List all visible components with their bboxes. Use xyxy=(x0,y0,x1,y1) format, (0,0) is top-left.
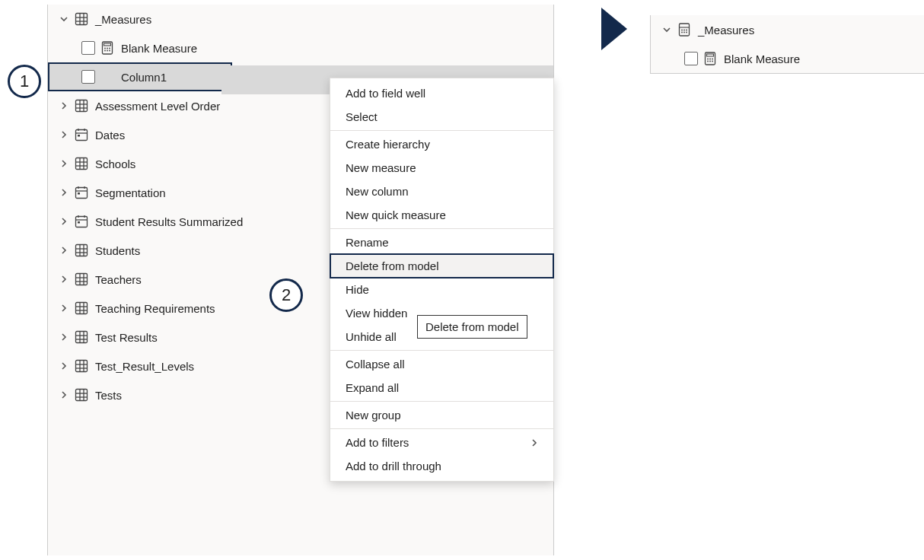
table-icon xyxy=(74,243,89,258)
cm-new-column[interactable]: New column xyxy=(330,180,553,203)
chevron-right-icon xyxy=(59,130,69,139)
tree-item-column1[interactable]: Column1 xyxy=(48,62,232,91)
tree-item-label: Student Results Summarized xyxy=(94,215,243,228)
cm-label: New quick measure xyxy=(346,208,446,221)
chevron-down-icon xyxy=(661,25,672,34)
chevron-right-icon xyxy=(59,246,69,255)
cm-label: Select xyxy=(346,110,378,123)
tree-item-label: Test_Result_Levels xyxy=(94,360,194,373)
tree-item-measures[interactable]: _Measures xyxy=(48,5,553,33)
tree-item-label: Column1 xyxy=(119,71,167,84)
chevron-down-icon xyxy=(59,14,69,24)
table-icon xyxy=(74,156,89,171)
step-badge-2: 2 xyxy=(269,278,303,312)
table-icon xyxy=(74,387,89,402)
tree-item-label: Students xyxy=(94,244,140,257)
step-number: 1 xyxy=(20,72,29,91)
tree-item-label: Test Results xyxy=(94,331,158,344)
chevron-right-icon xyxy=(59,332,69,342)
tree-item-blank-measure[interactable]: Blank Measure xyxy=(651,44,924,73)
cm-label: Add to filters xyxy=(346,436,409,449)
cm-label: Unhide all xyxy=(346,330,397,343)
next-step-arrow-icon xyxy=(601,8,627,50)
table-icon xyxy=(74,358,89,374)
chevron-right-icon xyxy=(59,101,69,110)
table-icon xyxy=(74,272,89,287)
tree-item-label: Teachers xyxy=(94,273,142,286)
tree-item-label: Tests xyxy=(94,389,122,402)
step-badge-1: 1 xyxy=(8,65,41,98)
tree-item-label: _Measures xyxy=(94,13,151,26)
date-table-icon xyxy=(74,185,89,200)
chevron-right-icon xyxy=(59,390,69,399)
date-table-icon xyxy=(74,214,89,229)
chevron-right-icon xyxy=(59,217,69,226)
chevron-right-icon xyxy=(59,361,69,371)
cm-add-to-drill-through[interactable]: Add to drill through xyxy=(330,454,553,478)
tree-item-label: Teaching Requirements xyxy=(94,302,215,315)
cm-add-to-field-well[interactable]: Add to field well xyxy=(330,81,553,105)
checkbox[interactable] xyxy=(81,41,95,55)
cm-label: New measure xyxy=(346,161,416,174)
cm-delete-from-model[interactable]: Delete from model xyxy=(330,254,553,278)
cm-new-quick-measure[interactable]: New quick measure xyxy=(330,203,553,227)
cm-hide[interactable]: Hide xyxy=(330,278,553,301)
cm-label: Hide xyxy=(346,283,369,296)
chevron-right-icon xyxy=(59,159,69,168)
tree-item-label: _Measures xyxy=(696,24,754,37)
cm-label: Add to drill through xyxy=(346,460,441,473)
table-icon xyxy=(74,329,89,345)
tooltip-delete-from-model: Delete from model xyxy=(417,315,527,339)
cm-select[interactable]: Select xyxy=(330,105,553,129)
cm-create-hierarchy[interactable]: Create hierarchy xyxy=(330,132,553,156)
chevron-right-icon xyxy=(531,438,538,447)
checkbox[interactable] xyxy=(684,52,698,65)
table-icon xyxy=(74,11,89,27)
cm-label: New column xyxy=(346,185,409,198)
step-number: 2 xyxy=(282,285,291,305)
tree-item-label: Blank Measure xyxy=(722,52,800,65)
table-icon xyxy=(74,98,89,113)
chevron-right-icon xyxy=(59,304,69,313)
tree-item-label: Blank Measure xyxy=(119,42,197,55)
cm-label: Collapse all xyxy=(346,358,405,371)
tooltip-text: Delete from model xyxy=(425,320,519,333)
chevron-right-icon xyxy=(59,275,69,284)
cm-collapse-all[interactable]: Collapse all xyxy=(330,352,553,376)
measure-icon xyxy=(100,40,115,56)
tree-item-label: Schools xyxy=(94,158,135,170)
cm-label: Expand all xyxy=(346,381,399,394)
context-menu: Add to field well Select Create hierarch… xyxy=(330,78,554,482)
cm-new-measure[interactable]: New measure xyxy=(330,156,553,180)
tree-item-measures[interactable]: _Measures xyxy=(651,15,924,44)
cm-label: Create hierarchy xyxy=(346,138,430,151)
measure-icon xyxy=(703,51,718,66)
tree-item-label: Dates xyxy=(94,129,125,142)
cm-label: View hidden xyxy=(346,307,407,320)
tree-item-label: Segmentation xyxy=(94,186,166,199)
measure-table-icon xyxy=(677,22,692,37)
cm-label: Rename xyxy=(346,236,389,249)
cm-label: Add to field well xyxy=(346,87,425,100)
cm-new-group[interactable]: New group xyxy=(330,403,553,427)
cm-add-to-filters[interactable]: Add to filters xyxy=(330,431,553,454)
fields-pane-after: _Measures Blank Measure xyxy=(650,15,924,74)
date-table-icon xyxy=(74,127,89,142)
cm-label: New group xyxy=(346,409,401,422)
cm-expand-all[interactable]: Expand all xyxy=(330,376,553,399)
cm-rename[interactable]: Rename xyxy=(330,231,553,254)
tree-item-blank-measure[interactable]: Blank Measure xyxy=(48,33,553,62)
chevron-right-icon xyxy=(59,188,69,197)
checkbox[interactable] xyxy=(81,70,95,84)
table-icon xyxy=(74,301,89,316)
cm-label: Delete from model xyxy=(346,259,439,272)
tree-item-label: Assessment Level Order xyxy=(94,100,220,113)
